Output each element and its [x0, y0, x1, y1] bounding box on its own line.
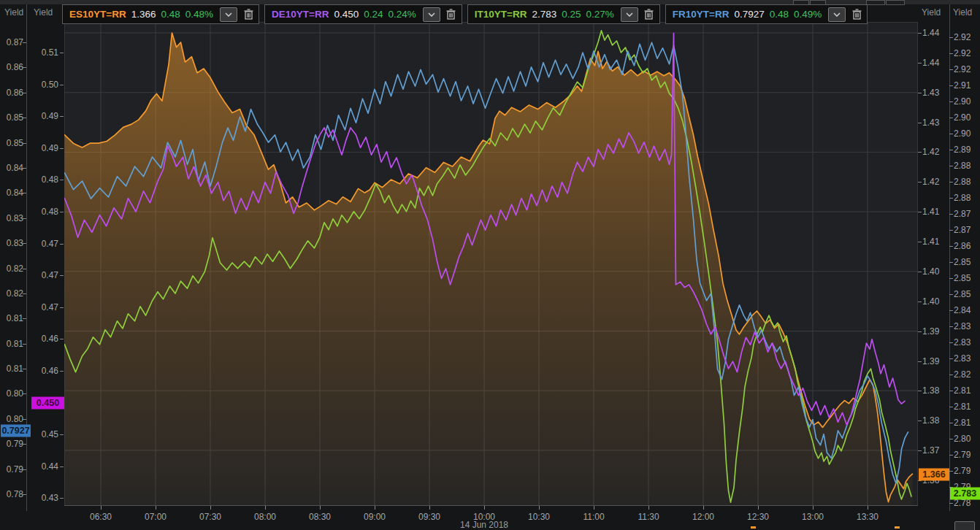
legend-last-value: 0.7927: [734, 9, 764, 20]
y-axis-tick: [949, 407, 953, 407]
y-axis-tick: [949, 101, 953, 102]
x-axis-tick: [484, 506, 485, 510]
y-axis-tick: [60, 53, 64, 53]
y-axis-tick: [918, 152, 922, 153]
y-axis-label-de_left: 0.49: [0, 112, 58, 120]
y-axis-label-de_left: 0.46: [0, 366, 58, 375]
x-axis-tick: [156, 506, 156, 510]
y-axis-label-de_left: 0.51: [0, 48, 58, 57]
y-axis-tick: [918, 331, 922, 332]
legend-pct-change: 0.24%: [388, 9, 416, 20]
y-axis-tick: [949, 391, 953, 391]
y-axis-label-fr_left: 0.79: [0, 439, 23, 448]
y-axis-label-it_right: 2.89: [954, 145, 971, 154]
y-axis-tick: [918, 33, 922, 34]
chevron-down-icon[interactable]: [621, 7, 638, 22]
trash-icon[interactable]: [445, 8, 457, 21]
y-axis-label-it_right: 2.90: [954, 129, 971, 138]
y-axis-tick: [60, 180, 64, 180]
legend-pct-change: 0.49%: [794, 9, 822, 20]
y-axis-label-it_right: 2.83: [954, 354, 971, 363]
y-axis-label-it_right: 2.82: [954, 370, 971, 379]
y-axis-label-it_right: 2.80: [954, 434, 971, 443]
legend-item-fr10ytrr[interactable]: FR10YT=RR0.79270.480.49%: [665, 4, 868, 24]
y-axis-tick: [60, 466, 64, 467]
chart-window: Yield Yield Yield Yield ES10YT=RR1.3660.…: [0, 0, 980, 530]
y-axis-tick: [918, 182, 922, 183]
y-axis-label-de_left: 0.43: [0, 493, 58, 502]
y-axis-tick: [949, 182, 953, 183]
y-axis-tick: [918, 242, 922, 242]
x-axis-label: 08:30: [309, 512, 331, 522]
trash-icon[interactable]: [242, 8, 254, 21]
y-axis-label-it_right: 2.87: [954, 226, 971, 234]
y-axis-label-fr_left: 0.82: [0, 289, 23, 298]
bottom-orange-mark: [895, 526, 900, 529]
legend-ric: FR10YT=RR: [673, 9, 730, 20]
legend-pct-change: 0.48%: [185, 9, 213, 20]
y-axis-label-de_left: 0.48: [0, 207, 58, 216]
chevron-down-icon[interactable]: [220, 7, 237, 22]
y-axis-tick: [23, 344, 26, 345]
y-axis-tick: [60, 498, 64, 499]
y-axis-label-it_right: 2.78: [954, 499, 971, 507]
x-axis-tick: [320, 506, 321, 510]
y-axis-tick: [949, 134, 953, 134]
legend-item-de10ytrr[interactable]: DE10YT=RR0.4500.240.24%: [264, 4, 462, 24]
y-axis-label-it_right: 2.83: [954, 322, 971, 331]
y-axis-tick: [949, 375, 953, 375]
x-axis-label: 09:00: [364, 512, 386, 522]
corner-resize-widget[interactable]: [954, 521, 975, 530]
chart-canvas[interactable]: [0, 0, 980, 530]
y-axis-label-fr_left: 0.87: [0, 38, 23, 47]
trash-icon[interactable]: [851, 8, 862, 21]
y-axis-tick: [918, 391, 922, 391]
y-axis-tick: [918, 63, 922, 64]
y-axis-tick: [949, 262, 953, 263]
y-axis-tick: [60, 371, 64, 372]
x-axis-tick: [703, 506, 704, 510]
y-axis-tick: [918, 272, 922, 272]
y-axis-tick: [23, 393, 26, 394]
y-axis-tick: [949, 150, 953, 150]
y-axis-tick: [60, 244, 64, 245]
y-axis-tick: [949, 214, 953, 215]
y-axis-label-it_right: 2.88: [954, 193, 971, 202]
y-axis-tick: [60, 434, 64, 435]
price-badge-it: 2.783: [950, 488, 980, 500]
legend-ric: IT10YT=RR: [475, 9, 527, 20]
y-axis-tick: [60, 212, 64, 212]
y-axis-label-it_right: 2.79: [954, 450, 971, 459]
x-axis-tick: [210, 506, 211, 510]
y-axis-tick: [23, 93, 26, 93]
trash-icon[interactable]: [643, 8, 655, 21]
y-axis-tick: [949, 246, 953, 247]
legend-pct-change: 0.27%: [586, 9, 614, 20]
y-axis-label-es_right: 1.41: [922, 207, 939, 216]
y-axis-tick: [949, 278, 953, 279]
y-axis-label-es_right: 1.44: [922, 28, 939, 37]
x-axis-tick: [648, 506, 649, 510]
legend-net-change: 0.48: [161, 9, 180, 20]
es-area-fill: [65, 33, 913, 506]
y-axis-tick: [60, 307, 64, 308]
x-axis-tick: [265, 506, 266, 510]
y-axis-tick: [949, 53, 953, 54]
y-axis-tick: [23, 444, 26, 445]
y-axis-label-de_left: 0.47: [0, 239, 58, 248]
y-axis-label-es_right: 1.41: [922, 237, 939, 246]
y-axis-label-fr_left: 0.84: [0, 188, 23, 197]
y-axis-tick: [23, 67, 26, 68]
y-axis-label-it_right: 2.90: [954, 113, 971, 122]
y-axis-tick: [949, 37, 953, 38]
x-axis-tick: [813, 506, 814, 510]
chevron-down-icon[interactable]: [423, 7, 440, 22]
y-axis-tick: [949, 326, 953, 327]
x-axis-label: 11:00: [583, 512, 604, 522]
x-axis-label: 12:00: [692, 512, 714, 522]
legend-item-es10ytrr[interactable]: ES10YT=RR1.3660.480.48%: [62, 4, 259, 24]
x-axis-label: 13:00: [802, 512, 824, 522]
y-axis-tick: [918, 212, 922, 212]
legend-item-it10ytrr[interactable]: IT10YT=RR2.7830.250.27%: [467, 4, 660, 24]
chevron-down-icon[interactable]: [828, 7, 846, 22]
